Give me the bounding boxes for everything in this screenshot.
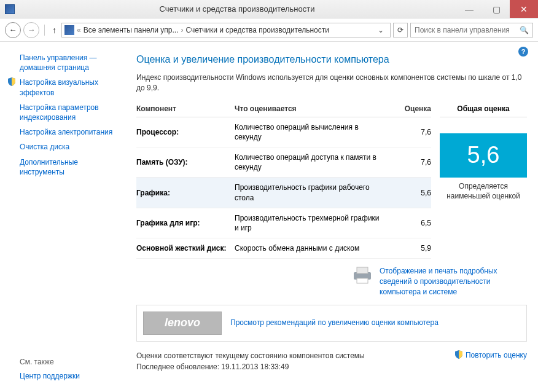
- back-button[interactable]: ←: [5, 22, 21, 38]
- cell-desc: Количество операций вычисления в секунду: [235, 122, 388, 142]
- content-body: Панель управления — домашняя страница На…: [0, 42, 538, 392]
- app-icon: [5, 4, 15, 14]
- seealso-header: См. также: [7, 355, 122, 369]
- window-controls: — ▢ ✕: [456, 0, 538, 18]
- titlebar: Счетчики и средства производительности —…: [0, 0, 538, 18]
- forward-button[interactable]: →: [23, 22, 39, 38]
- cell-score: 7,6: [388, 128, 431, 136]
- cell-score: 5,6: [388, 189, 431, 197]
- intro-text: Индекс производительности Windows исполь…: [136, 73, 527, 93]
- sidebar-item-home[interactable]: Панель управления — домашняя страница: [7, 50, 122, 75]
- search-bar[interactable]: 🔍: [410, 23, 533, 37]
- cell-desc: Скорость обмена данными с диском: [235, 243, 388, 253]
- up-button[interactable]: ↑: [50, 25, 59, 35]
- cell-desc: Производительность трехмерной графики и …: [235, 213, 388, 233]
- breadcrumb-seg-2[interactable]: Счетчики и средства производительности: [186, 26, 329, 34]
- print-details-row: Отображение и печать подробных сведений …: [136, 266, 527, 297]
- shield-icon: [7, 77, 16, 86]
- page-heading: Оценка и увеличение производительности к…: [136, 54, 527, 65]
- cell-score: 7,6: [388, 158, 431, 167]
- sidebar-item-visual-effects[interactable]: Настройка визуальных эффектов: [7, 75, 122, 100]
- window-title: Счетчики и средства производительности: [18, 4, 456, 14]
- cell-comp: Основной жесткий диск:: [136, 244, 235, 253]
- status-text: Оценки соответствуют текущему состоянию …: [136, 350, 365, 372]
- overall-score-box: 5,6: [440, 133, 527, 178]
- breadcrumb-sep: ›: [181, 26, 184, 34]
- table-row: Основной жесткий диск: Скорость обмена д…: [136, 238, 431, 259]
- vendor-logo: lenovo: [143, 312, 222, 335]
- print-details-link[interactable]: Отображение и печать подробных сведений …: [380, 266, 527, 297]
- rerun-assessment-link[interactable]: Повторить оценку: [454, 350, 527, 361]
- search-icon[interactable]: 🔍: [520, 26, 529, 34]
- table-row: Графика для игр: Производительность трех…: [136, 208, 431, 238]
- divider: [44, 25, 45, 36]
- overall-caption: Определяется наименьшей оценкой: [440, 181, 527, 201]
- sidebar-item-indexing[interactable]: Настройка параметров индексирования: [7, 100, 122, 125]
- score-section: Компонент Что оценивается Оценка Процесс…: [136, 104, 527, 259]
- th-component: Компонент: [136, 104, 235, 113]
- status-line-1: Оценки соответствуют текущему состоянию …: [136, 350, 365, 361]
- main-panel: ? Оценка и увеличение производительности…: [129, 42, 538, 392]
- th-score: Оценка: [388, 104, 431, 113]
- close-button[interactable]: ✕: [510, 0, 538, 18]
- table-header: Компонент Что оценивается Оценка: [136, 104, 431, 117]
- help-icon[interactable]: ?: [518, 47, 528, 57]
- svg-rect-1: [357, 267, 368, 273]
- sidebar-item-label: Настройка визуальных эффектов: [20, 78, 98, 96]
- table-row: Процессор: Количество операций вычислени…: [136, 117, 431, 147]
- breadcrumb-prefix: «: [77, 26, 81, 34]
- score-table: Компонент Что оценивается Оценка Процесс…: [136, 104, 431, 259]
- table-row-lowest: Графика: Производительность графики рабо…: [136, 178, 431, 208]
- sidebar-item-disk-cleanup[interactable]: Очистка диска: [7, 139, 122, 154]
- sidebar-item-power[interactable]: Настройка электропитания: [7, 125, 122, 139]
- th-overall: Общая оценка: [440, 104, 527, 117]
- maximize-button[interactable]: ▢: [483, 0, 510, 18]
- sidebar-item-tools[interactable]: Дополнительные инструменты: [7, 155, 122, 179]
- status-line-2: Последнее обновление: 19.11.2013 18:33:4…: [136, 361, 365, 372]
- cell-score: 6,5: [388, 219, 431, 227]
- cell-desc: Количество операций доступа к памяти в с…: [235, 152, 388, 172]
- svg-rect-2: [357, 278, 368, 283]
- sidebar: Панель управления — домашняя страница На…: [0, 42, 129, 392]
- breadcrumb-seg-1[interactable]: Все элементы панели упр...: [84, 26, 179, 34]
- navbar: ← → ↑ « Все элементы панели упр... › Сче…: [0, 18, 538, 42]
- refresh-button[interactable]: ⟳: [393, 23, 408, 37]
- minimize-button[interactable]: —: [456, 0, 483, 18]
- cell-comp: Графика для игр:: [136, 219, 235, 227]
- overall-column: Общая оценка 5,6 Определяется наименьшей…: [440, 104, 527, 259]
- footer-row: Оценки соответствуют текущему состоянию …: [136, 350, 527, 372]
- table-row: Память (ОЗУ): Количество операций доступ…: [136, 147, 431, 178]
- vendor-recommendation-box: lenovo Просмотр рекомендаций по увеличен…: [136, 305, 527, 342]
- vendor-recommendation-link[interactable]: Просмотр рекомендаций по увеличению оцен…: [230, 318, 439, 328]
- cell-score: 5,9: [388, 244, 431, 253]
- location-icon: [64, 25, 74, 35]
- address-bar[interactable]: « Все элементы панели упр... › Счетчики …: [61, 23, 391, 37]
- sidebar-item-action-center[interactable]: Центр поддержки: [7, 369, 122, 383]
- search-input[interactable]: [415, 26, 520, 34]
- cell-desc: Производительность графики рабочего стол…: [235, 182, 388, 202]
- th-desc: Что оценивается: [235, 104, 388, 113]
- rerun-label: Повторить оценку: [466, 351, 527, 359]
- cell-comp: Графика:: [136, 189, 235, 197]
- cell-comp: Процессор:: [136, 128, 235, 136]
- printer-icon: [351, 266, 373, 286]
- cell-comp: Память (ОЗУ):: [136, 158, 235, 167]
- address-dropdown-icon[interactable]: ⌄: [374, 26, 388, 34]
- shield-icon: [454, 350, 463, 361]
